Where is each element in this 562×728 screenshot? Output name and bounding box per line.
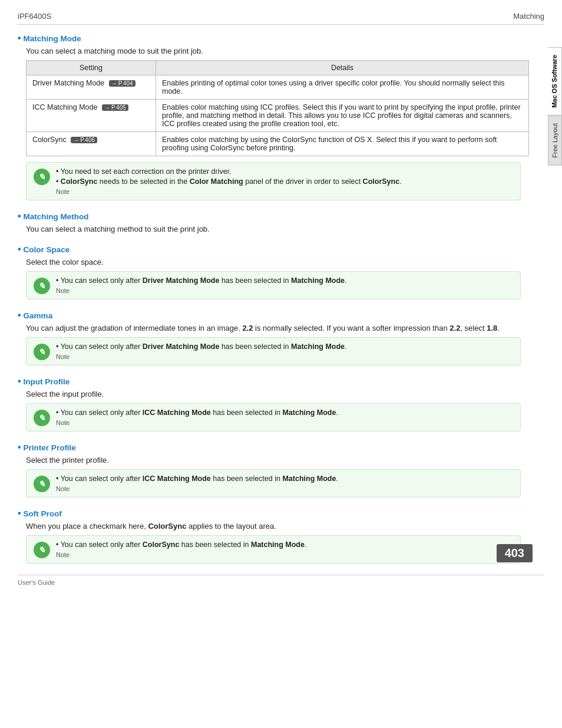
note-content: You need to set each correction on the p… — [56, 167, 513, 195]
section-title-gamma: Gamma — [18, 310, 521, 321]
icc-matching-pageref[interactable]: P.405 — [102, 104, 128, 111]
footer-text: User's Guide — [18, 579, 55, 586]
note-label: Note — [56, 287, 513, 294]
content-area: Matching Mode You can select a matching … — [18, 33, 521, 564]
table-row: ICC Matching Mode P.405 Enables color ma… — [27, 100, 529, 132]
note-box-matching-mode: ✎ You need to set each correction on the… — [26, 162, 521, 200]
section-title-soft-proof: Soft Proof — [18, 508, 521, 519]
footer: User's Guide — [18, 575, 544, 586]
colorsync-label: ColorSync — [32, 136, 67, 144]
table-header-details: Details — [156, 61, 529, 75]
section-printer-profile: Printer Profile Select the printer profi… — [18, 442, 521, 498]
input-profile-desc: Select the input profile. — [26, 390, 521, 398]
printer-profile-desc: Select the printer profile. — [26, 456, 521, 465]
note-box-printer-profile: ✎ You can select only after ICC Matching… — [26, 469, 521, 498]
note-icon: ✎ — [34, 410, 50, 426]
note-item-1: You can select only after Driver Matchin… — [56, 342, 513, 351]
note-content: You can select only after ColorSync has … — [56, 541, 513, 558]
soft-proof-desc: When you place a checkmark here, ColorSy… — [26, 522, 521, 531]
section-title-matching-method: Matching Method — [18, 211, 521, 222]
note-content: You can select only after Driver Matchin… — [56, 276, 513, 294]
note-content: You can select only after ICC Matching M… — [56, 475, 513, 492]
note-label: Note — [56, 188, 513, 195]
note-item-1: You need to set each correction on the p… — [56, 167, 513, 176]
table-cell-details: Enables printing of optimal color tones … — [156, 75, 529, 100]
note-label: Note — [56, 419, 513, 426]
note-label: Note — [56, 353, 513, 360]
chapter-title: Matching — [513, 12, 544, 21]
driver-matching-label: Driver Matching Mode — [32, 79, 104, 87]
note-box-soft-proof: ✎ You can select only after ColorSync ha… — [26, 535, 521, 564]
note-item-1: You can select only after ColorSync has … — [56, 541, 513, 549]
note-icon: ✎ — [34, 476, 50, 492]
section-input-profile: Input Profile Select the input profile. … — [18, 376, 521, 431]
section-soft-proof: Soft Proof When you place a checkmark he… — [18, 508, 521, 564]
tab-mac-os-software[interactable]: Mac OS Software — [548, 47, 562, 116]
note-label: Note — [56, 551, 513, 558]
note-box-input-profile: ✎ You can select only after ICC Matching… — [26, 403, 521, 431]
section-title-input-profile: Input Profile — [18, 376, 521, 387]
note-item-2: ColorSync needs to be selected in the Co… — [56, 177, 513, 186]
note-item-1: You can select only after ICC Matching M… — [56, 409, 513, 417]
note-icon: ✎ — [34, 278, 50, 294]
matching-mode-table: Setting Details Driver Matching Mode P.4… — [26, 60, 529, 156]
page-header: iPF6400S Matching — [18, 12, 544, 25]
note-label: Note — [56, 485, 513, 492]
table-row: ColorSync P.406 Enables color matching b… — [27, 132, 529, 156]
note-box-gamma: ✎ You can select only after Driver Match… — [26, 337, 521, 365]
gamma-desc: You can adjust the gradation of intermed… — [26, 324, 521, 332]
matching-mode-desc: You can select a matching mode to suit t… — [26, 47, 521, 55]
note-item-1: You can select only after Driver Matchin… — [56, 276, 513, 285]
note-icon: ✎ — [34, 344, 50, 360]
section-title-matching-mode: Matching Mode — [18, 33, 521, 44]
note-icon: ✎ — [34, 542, 50, 558]
table-cell-details: Enables color matching using ICC profile… — [156, 100, 529, 132]
section-title-printer-profile: Printer Profile — [18, 442, 521, 453]
right-sidebar: Mac OS Software Free Layout — [548, 47, 562, 166]
table-header-setting: Setting — [27, 61, 156, 75]
section-color-space: Color Space Select the color space. ✎ Yo… — [18, 244, 521, 299]
note-item-1: You can select only after ICC Matching M… — [56, 475, 513, 483]
table-row: Driver Matching Mode P.404 Enables print… — [27, 75, 529, 100]
matching-method-desc: You can select a matching method to suit… — [26, 225, 521, 233]
colorsync-pageref[interactable]: P.406 — [71, 137, 97, 143]
note-icon: ✎ — [34, 169, 50, 185]
document-id: iPF6400S — [18, 12, 51, 21]
table-cell-details: Enables color matching by using the Colo… — [156, 132, 529, 156]
table-cell-setting: ICC Matching Mode P.405 — [27, 100, 156, 132]
note-box-color-space: ✎ You can select only after Driver Match… — [26, 271, 521, 299]
section-matching-method: Matching Method You can select a matchin… — [18, 211, 521, 233]
driver-matching-pageref[interactable]: P.404 — [109, 80, 135, 87]
table-cell-setting: ColorSync P.406 — [27, 132, 156, 156]
page: iPF6400S Matching Mac OS Software Free L… — [0, 0, 562, 598]
page-number: 403 — [497, 544, 533, 562]
tab-free-layout[interactable]: Free Layout — [548, 116, 562, 166]
note-content: You can select only after Driver Matchin… — [56, 342, 513, 360]
section-gamma: Gamma You can adjust the gradation of in… — [18, 310, 521, 365]
table-cell-setting: Driver Matching Mode P.404 — [27, 75, 156, 100]
section-title-color-space: Color Space — [18, 244, 521, 255]
section-matching-mode: Matching Mode You can select a matching … — [18, 33, 521, 200]
color-space-desc: Select the color space. — [26, 258, 521, 266]
icc-matching-label: ICC Matching Mode — [32, 103, 97, 111]
note-content: You can select only after ICC Matching M… — [56, 409, 513, 426]
